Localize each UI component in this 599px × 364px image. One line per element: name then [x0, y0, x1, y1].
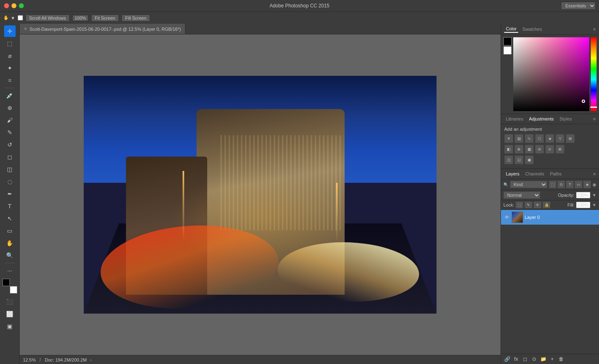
color-panel-menu-icon[interactable]: ≡: [593, 27, 596, 32]
blend-mode-select[interactable]: Normal: [503, 191, 540, 199]
layers-list[interactable]: 👁 Layer 0: [501, 210, 599, 354]
posterize-adj-icon[interactable]: ⊞: [556, 145, 565, 154]
document-tab[interactable]: ✕ Scott-Davenport-Spain-2015-06-20-0017-…: [20, 24, 185, 34]
fg-color-picker-swatch[interactable]: [503, 37, 512, 46]
bg-color-picker-swatch[interactable]: [503, 46, 512, 55]
screen-mode-tool[interactable]: ⬜: [4, 308, 16, 320]
color-gradient-picker[interactable]: [513, 37, 589, 111]
frame-tool[interactable]: ▣: [4, 321, 16, 332]
tab-paths[interactable]: Paths: [549, 171, 563, 177]
layer-thumbnail[interactable]: [512, 212, 523, 223]
path-select-tool[interactable]: ↖: [4, 213, 16, 224]
maximize-button[interactable]: [19, 3, 24, 8]
lock-position-icon[interactable]: ✎: [525, 202, 532, 208]
hue-slider[interactable]: [591, 37, 597, 111]
fg-bg-colors[interactable]: [2, 279, 17, 293]
exposure-adj-icon[interactable]: ⬡: [535, 134, 544, 143]
type-tool[interactable]: T: [4, 200, 16, 212]
tab-swatches[interactable]: Swatches: [521, 26, 544, 32]
colorbalance-adj-icon[interactable]: ⊞: [566, 134, 575, 143]
invert-adj-icon[interactable]: ⊙: [545, 145, 554, 154]
add-mask-icon[interactable]: ◻: [521, 355, 529, 363]
pen-tool[interactable]: ✒: [4, 188, 16, 200]
link-layers-icon[interactable]: 🔗: [503, 355, 511, 363]
new-layer-icon[interactable]: +: [549, 355, 556, 363]
marquee-tool[interactable]: ⬚: [4, 38, 16, 49]
tab-color[interactable]: Color: [504, 25, 518, 33]
fit-screen-button[interactable]: Fit Screen: [91, 14, 119, 22]
scroll-all-windows-checkbox[interactable]: [18, 15, 23, 20]
tab-close-icon[interactable]: ✕: [24, 27, 27, 31]
fill-screen-button[interactable]: Fill Screen: [121, 14, 150, 22]
tab-adjustments[interactable]: Adjustments: [527, 116, 556, 122]
channelmix-adj-icon[interactable]: ▦: [525, 145, 534, 154]
vibrance-adj-icon[interactable]: ◈: [545, 134, 554, 143]
layer-name[interactable]: Layer 0: [525, 215, 597, 220]
fill-input[interactable]: 100%: [576, 202, 590, 208]
tab-libraries[interactable]: Libraries: [504, 116, 525, 122]
lock-pixels-icon[interactable]: ⬚: [516, 202, 523, 208]
lock-artboard-icon[interactable]: ✛: [534, 202, 541, 208]
tab-layers[interactable]: Layers: [504, 171, 521, 177]
shape-filter-icon[interactable]: ▭: [575, 181, 582, 188]
canvas-scroll-area[interactable]: ROLEX: [20, 34, 501, 355]
brightness-adj-icon[interactable]: ☀: [504, 134, 513, 143]
dodge-tool[interactable]: ◌: [4, 176, 16, 187]
adjust-filter-icon[interactable]: ⊙: [558, 181, 565, 188]
fill-chevron[interactable]: ▼: [592, 202, 597, 207]
zoom-tool[interactable]: 🔍: [4, 250, 16, 261]
photofilter-adj-icon[interactable]: ⊕: [514, 145, 524, 154]
layer-row[interactable]: 👁 Layer 0: [501, 210, 599, 225]
close-button[interactable]: [4, 3, 9, 8]
gradientmap-adj-icon[interactable]: ◱: [514, 155, 524, 164]
tab-channels[interactable]: Channels: [524, 171, 546, 177]
layer-visibility-toggle[interactable]: 👁: [503, 214, 510, 221]
workspace-select[interactable]: Essentials: [561, 2, 596, 10]
eraser-tool[interactable]: ◻: [4, 151, 16, 163]
minimize-button[interactable]: [11, 3, 16, 8]
layers-panel-menu-icon[interactable]: ≡: [593, 171, 596, 176]
status-arrow[interactable]: ›: [90, 357, 91, 362]
type-filter-icon[interactable]: T: [566, 181, 574, 188]
opacity-input[interactable]: 100%: [576, 192, 590, 198]
smart-filter-icon[interactable]: ◈: [583, 181, 591, 188]
delete-layer-icon[interactable]: 🗑: [558, 355, 565, 363]
curves-adj-icon[interactable]: ∿: [525, 134, 534, 143]
add-effect-icon[interactable]: fx: [512, 355, 520, 363]
colorlookup-adj-icon[interactable]: ⊘: [535, 145, 544, 154]
brush-tool[interactable]: 🖌: [4, 114, 16, 126]
traffic-lights[interactable]: [4, 3, 24, 8]
hsl-adj-icon[interactable]: ▽: [556, 134, 565, 143]
quick-mask-tool[interactable]: ⬛: [4, 296, 16, 307]
scroll-all-windows-button[interactable]: Scroll All Windows: [25, 14, 70, 22]
crop-tool[interactable]: ⌗: [4, 75, 16, 86]
levels-adj-icon[interactable]: ▤: [514, 134, 524, 143]
hand-tool[interactable]: ✋: [4, 237, 16, 249]
lasso-tool[interactable]: ⌀: [4, 50, 16, 61]
zoom-input[interactable]: 100%: [72, 15, 89, 21]
history-brush-tool[interactable]: ↺: [4, 139, 16, 150]
clone-stamp-tool[interactable]: ✎: [4, 127, 16, 138]
gradient-tool[interactable]: ◫: [4, 164, 16, 175]
selectivecolor-adj-icon[interactable]: ▣: [525, 155, 534, 164]
extra-tools[interactable]: ···: [4, 265, 16, 276]
filter-toggle-icon[interactable]: ◉: [592, 182, 597, 187]
tab-styles[interactable]: Styles: [558, 116, 574, 122]
threshold-adj-icon[interactable]: ◫: [504, 155, 513, 164]
new-adjustment-icon[interactable]: ⊙: [530, 355, 538, 363]
adj-panel-menu-icon[interactable]: ≡: [593, 116, 596, 121]
kind-filter-select[interactable]: Kind: [510, 181, 547, 188]
pixel-filter-icon[interactable]: ⬚: [549, 181, 556, 188]
eyedropper-tool[interactable]: 💉: [4, 90, 16, 101]
bg-color-swatch[interactable]: [10, 286, 17, 293]
move-tool[interactable]: ✛: [4, 25, 16, 37]
bw-adj-icon[interactable]: ◧: [504, 145, 513, 154]
fg-color-swatch[interactable]: [2, 279, 10, 286]
new-group-icon[interactable]: 📁: [540, 355, 547, 363]
lock-all-icon[interactable]: 🔒: [543, 202, 550, 208]
shape-tool[interactable]: ▭: [4, 225, 16, 237]
spot-heal-tool[interactable]: ⊕: [4, 102, 16, 114]
opacity-chevron[interactable]: ▼: [592, 193, 597, 198]
canvas-image[interactable]: ROLEX: [84, 76, 437, 314]
quick-select-tool[interactable]: ✦: [4, 62, 16, 74]
